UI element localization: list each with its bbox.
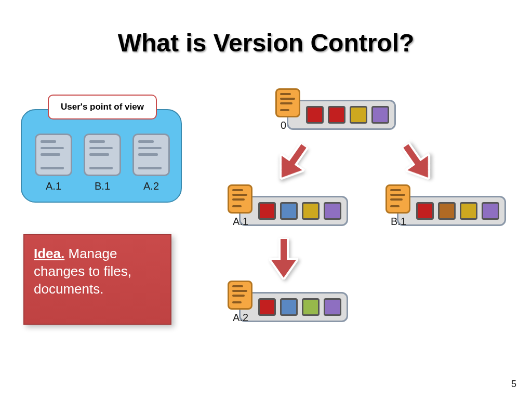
pov-doc-label: A.2: [132, 180, 170, 192]
version-label: A.1: [233, 216, 248, 228]
snapshot-block: [460, 202, 477, 220]
snapshot-block: [328, 106, 345, 124]
arrow-icon: [269, 238, 298, 280]
snapshot-block: [306, 106, 324, 124]
note-icon: [228, 184, 252, 214]
pov-container: User's point of view A.1 B.1 A.2: [21, 101, 182, 203]
idea-box: Idea. Manage changes to files, documents…: [23, 234, 171, 325]
arrow-icon: [393, 137, 441, 188]
document-icon: [84, 134, 121, 176]
snapshot-block: [416, 202, 434, 220]
snapshot-block: [438, 202, 456, 220]
snapshot-block: [324, 202, 341, 220]
page-number: 5: [511, 379, 516, 390]
snapshot-block: [324, 298, 341, 316]
snapshot-bar: [397, 196, 506, 226]
snapshot-block: [371, 106, 389, 124]
document-icon: [35, 134, 72, 176]
pov-doc-label: A.1: [35, 180, 72, 192]
snapshot-block: [280, 202, 298, 220]
pov-box: User's point of view A.1 B.1 A.2: [21, 109, 182, 203]
snapshot-block: [258, 202, 276, 220]
version-label: A.2: [233, 312, 248, 324]
snapshot-block: [302, 298, 320, 316]
snapshot-block: [302, 202, 320, 220]
arrow-icon: [269, 137, 316, 188]
note-icon: [385, 184, 410, 214]
pov-doc-label: B.1: [84, 180, 121, 192]
snapshot-bar: [287, 100, 396, 130]
slide-title: What is Version Control?: [0, 29, 532, 57]
snapshot-block: [482, 202, 499, 220]
snapshot-block: [258, 298, 276, 316]
snapshot-bar: [239, 292, 348, 322]
snapshot-block: [350, 106, 367, 124]
note-icon: [228, 281, 252, 310]
pov-label: User's point of view: [48, 95, 157, 119]
document-icon: [132, 134, 170, 176]
pov-doc-labels: A.1 B.1 A.2: [35, 180, 170, 192]
snapshot-bar: [239, 196, 348, 226]
version-label: B.1: [391, 216, 406, 228]
idea-prefix: Idea.: [34, 246, 64, 261]
pov-docs: [35, 134, 170, 176]
snapshot-block: [280, 298, 298, 316]
version-label: 0: [281, 119, 286, 131]
note-icon: [275, 88, 300, 117]
